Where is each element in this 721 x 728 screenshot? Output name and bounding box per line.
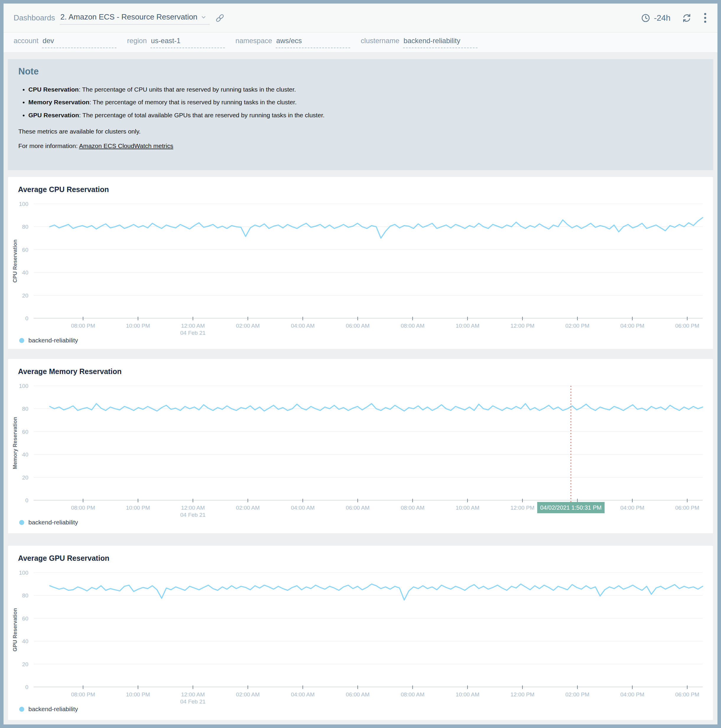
- kebab-menu-icon[interactable]: [703, 12, 707, 24]
- svg-text:08:00 AM: 08:00 AM: [401, 691, 424, 697]
- svg-text:10:00 AM: 10:00 AM: [456, 691, 479, 697]
- legend-series-dot: [19, 520, 24, 525]
- cpu-chart-panel: Average CPU Reservation 100806040200CPU …: [8, 177, 713, 349]
- svg-text:06:00 PM: 06:00 PM: [675, 691, 699, 697]
- svg-text:10:00 PM: 10:00 PM: [126, 691, 150, 697]
- svg-text:08:00 AM: 08:00 AM: [401, 323, 424, 329]
- svg-text:04/02/2021 1:50:31 PM: 04/02/2021 1:50:31 PM: [540, 504, 602, 511]
- filter-clustername-label: clustername: [361, 37, 400, 45]
- cpu-chart-svg[interactable]: 100806040200CPU Reservation08:00 PM10:00…: [8, 197, 713, 336]
- filter-region-label: region: [127, 37, 147, 45]
- svg-text:04:00 PM: 04:00 PM: [620, 691, 644, 697]
- svg-text:06:00 AM: 06:00 AM: [346, 505, 369, 511]
- svg-text:20: 20: [22, 292, 28, 299]
- chevron-down-icon: [201, 14, 207, 20]
- svg-text:02:00 AM: 02:00 AM: [236, 505, 260, 511]
- svg-text:08:00 PM: 08:00 PM: [71, 691, 95, 697]
- note-bullet-cpu-text: : The percentage of CPU units that are r…: [79, 86, 296, 93]
- svg-text:100: 100: [19, 201, 28, 207]
- svg-text:CPU Reservation: CPU Reservation: [12, 239, 18, 283]
- svg-text:60: 60: [22, 429, 28, 435]
- svg-text:100: 100: [19, 570, 28, 576]
- legend-series-label: backend-reliability: [28, 337, 78, 344]
- gpu-chart-title: Average GPU Reservation: [8, 546, 713, 563]
- svg-text:06:00 AM: 06:00 AM: [346, 323, 369, 329]
- svg-text:12:00 PM: 12:00 PM: [510, 691, 534, 697]
- memory-chart-legend[interactable]: backend-reliability: [8, 518, 713, 526]
- cpu-chart-legend[interactable]: backend-reliability: [8, 336, 713, 344]
- filter-namespace-label: namespace: [236, 37, 272, 45]
- svg-text:06:00 PM: 06:00 PM: [675, 323, 699, 329]
- svg-text:20: 20: [22, 661, 28, 667]
- memory-chart-panel: Average Memory Reservation 100806040200M…: [8, 359, 713, 534]
- svg-text:04:00 PM: 04:00 PM: [620, 323, 644, 329]
- legend-series-dot: [19, 707, 24, 712]
- svg-text:12:00 AM: 12:00 AM: [181, 323, 205, 329]
- filter-region-value[interactable]: us-east-1: [150, 37, 225, 48]
- note-bullet-memory: Memory Reservation: The percentage of me…: [28, 98, 703, 106]
- svg-text:80: 80: [22, 224, 28, 230]
- note-bullet-gpu-term: GPU Reservation: [28, 112, 79, 118]
- dashboard-title-dropdown[interactable]: 2. Amazon ECS - Resource Reservation: [60, 11, 210, 24]
- svg-text:20: 20: [22, 474, 28, 481]
- memory-chart-title: Average Memory Reservation: [8, 359, 713, 376]
- svg-text:10:00 AM: 10:00 AM: [456, 323, 479, 329]
- note-bullet-cpu-term: CPU Reservation: [28, 86, 79, 93]
- refresh-icon[interactable]: [682, 13, 692, 23]
- legend-series-label: backend-reliability: [28, 519, 78, 526]
- svg-text:10:00 PM: 10:00 PM: [126, 323, 150, 329]
- gpu-chart-legend[interactable]: backend-reliability: [8, 705, 713, 713]
- note-more-info: For more information: Amazon ECS CloudWa…: [18, 142, 703, 150]
- header-right: -24h: [641, 12, 707, 24]
- svg-text:10:00 PM: 10:00 PM: [126, 505, 150, 511]
- svg-text:12:00 AM: 12:00 AM: [181, 505, 205, 511]
- filter-account-value[interactable]: dev: [42, 37, 116, 48]
- link-icon[interactable]: [214, 13, 225, 23]
- filter-account-label: account: [14, 37, 38, 45]
- page-title: 2. Amazon ECS - Resource Reservation: [60, 12, 197, 21]
- svg-text:60: 60: [22, 615, 28, 622]
- clock-icon: [641, 13, 651, 23]
- svg-text:02:00 AM: 02:00 AM: [236, 323, 260, 329]
- filter-account: account dev: [14, 37, 116, 48]
- svg-text:12:00 PM: 12:00 PM: [510, 505, 534, 511]
- filter-clustername-value[interactable]: backend-reliability: [403, 37, 478, 48]
- svg-text:12:00 PM: 12:00 PM: [510, 323, 534, 329]
- svg-text:04:00 PM: 04:00 PM: [620, 505, 644, 511]
- svg-text:08:00 PM: 08:00 PM: [71, 323, 95, 329]
- note-bullet-gpu: GPU Reservation: The percentage of total…: [28, 112, 703, 119]
- svg-text:0: 0: [25, 497, 28, 503]
- filter-bar: account dev region us-east-1 namespace a…: [3, 32, 718, 53]
- svg-text:04 Feb 21: 04 Feb 21: [180, 330, 206, 336]
- note-bullet-list: CPU Reservation: The percentage of CPU u…: [28, 86, 703, 119]
- note-bullet-memory-text: : The percentage of memory that is reser…: [90, 99, 297, 106]
- note-title: Note: [18, 66, 703, 77]
- cloudwatch-metrics-link[interactable]: Amazon ECS CloudWatch metrics: [79, 142, 173, 149]
- svg-text:GPU Reservation: GPU Reservation: [12, 608, 18, 652]
- breadcrumb: Dashboards: [14, 13, 55, 23]
- svg-text:Memory Reservation: Memory Reservation: [12, 417, 18, 469]
- header-bar: Dashboards 2. Amazon ECS - Resource Rese…: [3, 3, 718, 32]
- svg-text:06:00 AM: 06:00 AM: [346, 691, 369, 697]
- gpu-chart-panel: Average GPU Reservation 100806040200GPU …: [8, 545, 713, 720]
- memory-chart-svg[interactable]: 100806040200Memory Reservation08:00 PM10…: [8, 379, 713, 518]
- note-panel: Note CPU Reservation: The percentage of …: [8, 59, 713, 170]
- header-left: Dashboards 2. Amazon ECS - Resource Rese…: [14, 11, 225, 24]
- svg-text:10:00 AM: 10:00 AM: [456, 505, 479, 511]
- svg-text:100: 100: [19, 383, 28, 389]
- dashboard-app: Dashboards 2. Amazon ECS - Resource Rese…: [3, 3, 718, 725]
- svg-text:0: 0: [25, 315, 28, 321]
- filter-namespace-value[interactable]: aws/ecs: [276, 37, 350, 48]
- note-more-info-prefix: For more information:: [18, 142, 79, 149]
- svg-text:40: 40: [22, 269, 28, 276]
- filter-namespace: namespace aws/ecs: [236, 37, 350, 48]
- time-range-button[interactable]: -24h: [641, 13, 670, 23]
- gpu-chart-svg[interactable]: 100806040200GPU Reservation08:00 PM10:00…: [8, 566, 713, 705]
- note-bullet-gpu-text: : The percentage of total available GPUs…: [79, 112, 325, 118]
- note-bullet-cpu: CPU Reservation: The percentage of CPU u…: [28, 86, 703, 93]
- svg-text:40: 40: [22, 451, 28, 458]
- svg-text:04 Feb 21: 04 Feb 21: [180, 512, 206, 518]
- svg-text:80: 80: [22, 592, 28, 599]
- note-paragraph: These metrics are available for clusters…: [18, 128, 703, 135]
- svg-text:04:00 AM: 04:00 AM: [291, 691, 314, 697]
